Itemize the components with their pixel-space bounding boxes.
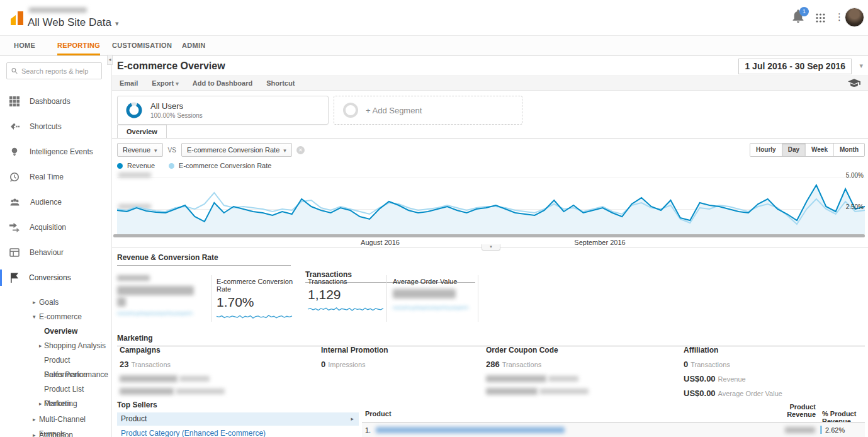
expand-down-icon: ▾ — [33, 310, 36, 324]
export-button[interactable]: Export ▾ — [152, 79, 178, 87]
nav-customisation[interactable]: CUSTOMISATION — [112, 36, 172, 55]
segment-all-users[interactable]: All Users 100.00% Sessions — [117, 96, 329, 125]
shortcut-button[interactable]: Shortcut — [266, 79, 295, 87]
expand-right-icon: ▸ — [33, 412, 36, 427]
order-coupon-revenue-redacted — [486, 374, 589, 382]
campaigns-aov-redacted — [120, 387, 225, 395]
dimension-product-category-link[interactable]: Product Category (Enhanced E-commerce) — [121, 429, 266, 437]
granularity-month[interactable]: Month — [833, 144, 864, 156]
column-header-product-revenue[interactable]: Product Revenue — [779, 403, 816, 418]
product-name-redacted — [376, 427, 565, 433]
add-to-dashboard-button[interactable]: Add to Dashboard — [193, 79, 252, 87]
analytics-app: All Web Site Data▾ 1 ⋮ HOME REPORTING CU… — [0, 0, 868, 437]
sidebar-item-product-performance[interactable]: Product Performance — [0, 353, 112, 368]
revenue-scorecard[interactable] — [117, 273, 210, 319]
search-reports-box[interactable] — [6, 62, 102, 79]
affiliation-aov: US$0.00Average Order Value — [684, 389, 782, 398]
nav-admin[interactable]: ADMIN — [182, 36, 206, 55]
report-toolbar: Email Export ▾ Add to Dashboard Shortcut — [112, 76, 868, 91]
internal-promotion-impressions: 0Impressions — [321, 360, 388, 369]
property-name: All Web Site Data — [28, 16, 111, 28]
percent-bar — [820, 426, 822, 434]
sidebar-item-dashboards[interactable]: Dashboards — [0, 89, 112, 114]
add-segment-ring-icon — [343, 103, 358, 118]
metric2-dropdown[interactable]: E-commerce Conversion Rate▾ — [181, 143, 292, 157]
sidebar-item-ecommerce-overview[interactable]: Overview — [0, 324, 112, 339]
sidebar-item-ecommerce[interactable]: ▾E-commerce — [0, 310, 112, 324]
search-input[interactable] — [21, 67, 97, 75]
card-divider — [211, 275, 212, 322]
revenue-value-redacted — [117, 297, 126, 307]
internal-promotion-label: Internal Promotion — [321, 346, 388, 355]
remove-metric-icon[interactable]: ✕ — [296, 146, 305, 154]
collapse-chart-button[interactable]: ▾ — [482, 244, 500, 251]
revenue-legend-label: Revenue — [127, 162, 155, 169]
sidebar-item-attribution[interactable]: ▸Attribution — [0, 428, 112, 437]
apps-grid-icon[interactable] — [816, 13, 825, 23]
transactions-scorecard[interactable]: Transactions 1,129 — [308, 278, 384, 323]
sidebar-item-intelligence-events[interactable]: Intelligence Events — [0, 139, 112, 164]
affiliation-transactions: 0Transactions — [684, 360, 782, 369]
caret-down-icon: ▾ — [283, 147, 286, 154]
sidebar-item-sales-performance[interactable]: Sales Performance — [0, 368, 112, 382]
campaigns-column: Campaigns 23Transactions — [120, 346, 225, 395]
sidebar-item-audience[interactable]: Audience — [0, 190, 112, 215]
expand-right-icon: ▸ — [33, 428, 36, 437]
tab-divider — [112, 138, 868, 139]
x-label-august: August 2016 — [361, 239, 400, 246]
sidebar-item-goals[interactable]: ▸Goals — [0, 295, 112, 310]
metric1-dropdown[interactable]: Revenue▾ — [117, 143, 163, 157]
column-header-product[interactable]: Product — [365, 410, 392, 417]
top-sellers-section-title: Top Sellers — [117, 400, 359, 413]
expand-right-icon: ▸ — [33, 295, 36, 310]
user-avatar[interactable] — [845, 8, 864, 27]
granularity-week[interactable]: Week — [805, 144, 833, 156]
intelligence-cap-icon[interactable] — [848, 79, 860, 88]
property-selector[interactable]: All Web Site Data▾ — [28, 16, 118, 29]
conversions-submenu: ▸Goals ▾E-commerce Overview ▸Shopping An… — [0, 295, 112, 437]
timeseries-chart[interactable]: 5.00% 2.50% — [117, 171, 865, 234]
segment-title: All Users — [150, 101, 203, 111]
sidebar-item-behaviour[interactable]: Behaviour — [0, 240, 112, 265]
metric-controls: Revenue▾ VS E-commerce Conversion Rate▾ … — [117, 143, 305, 157]
email-button[interactable]: Email — [120, 79, 138, 87]
analytics-logo-icon[interactable] — [9, 8, 28, 27]
average-order-value-label: Average Order Value — [393, 278, 475, 285]
average-order-value-scorecard[interactable]: Average Order Value — [393, 278, 475, 323]
sidebar-item-real-time[interactable]: Real Time — [0, 164, 112, 190]
nav-reporting[interactable]: REPORTING — [57, 36, 100, 55]
notification-count-badge: 1 — [799, 7, 809, 16]
granularity-hourly[interactable]: Hourly — [750, 144, 782, 156]
date-range-caret-icon[interactable]: ▾ — [859, 62, 863, 70]
conversion-rate-scorecard[interactable]: E-commerce Conversion Rate 1.70% — [217, 278, 305, 323]
active-indicator — [0, 270, 2, 286]
sidebar-item-conversions[interactable]: Conversions — [0, 265, 112, 290]
caret-down-icon: ▾ — [154, 147, 157, 154]
revenue-legend-dot — [117, 163, 123, 169]
sidebar-item-shopping-analysis[interactable]: ▸Shopping Analysis — [0, 339, 112, 353]
top-bar: All Web Site Data▾ 1 ⋮ — [0, 0, 868, 36]
sidebar-item-multi-channel-funnels[interactable]: ▸Multi-Channel Funnels — [0, 412, 112, 427]
caret-down-icon: ▾ — [176, 81, 179, 87]
main-content: ◂ E-commerce Overview 1 Jul 2016 - 30 Se… — [112, 56, 868, 437]
order-coupon-label: Order Coupon Code — [486, 346, 589, 355]
add-segment-button[interactable]: + Add Segment — [334, 96, 522, 125]
collapse-sidebar-button[interactable]: ◂ — [107, 55, 113, 65]
expand-right-icon: ▸ — [39, 339, 42, 353]
sidebar-item-product-list-performance[interactable]: Product List Perform... — [0, 382, 112, 397]
date-range-selector[interactable]: 1 Jul 2016 - 30 Sep 2016 — [738, 59, 852, 74]
tab-overview[interactable]: Overview — [117, 125, 167, 138]
internal-promotion-column: Internal Promotion 0Impressions — [321, 346, 388, 369]
sidebar-item-shortcuts[interactable]: Shortcuts — [0, 114, 112, 139]
nav-home[interactable]: HOME — [14, 36, 35, 55]
dimension-product[interactable]: Product ▸ — [117, 412, 359, 426]
affiliation-column: Affiliation 0Transactions US$0.00Revenue… — [684, 346, 782, 398]
table-row[interactable]: 1. 2.62% — [362, 423, 865, 437]
overflow-menu-icon[interactable]: ⋮ — [835, 11, 844, 23]
notifications-button[interactable]: 1 — [792, 9, 808, 26]
chart-range-scrollbar[interactable] — [113, 234, 865, 237]
sidebar-item-acquisition[interactable]: Acquisition — [0, 215, 112, 240]
sidebar-item-marketing[interactable]: ▸Marketing — [0, 397, 112, 411]
granularity-day[interactable]: Day — [782, 144, 805, 156]
revenue-label-redacted — [117, 275, 150, 281]
